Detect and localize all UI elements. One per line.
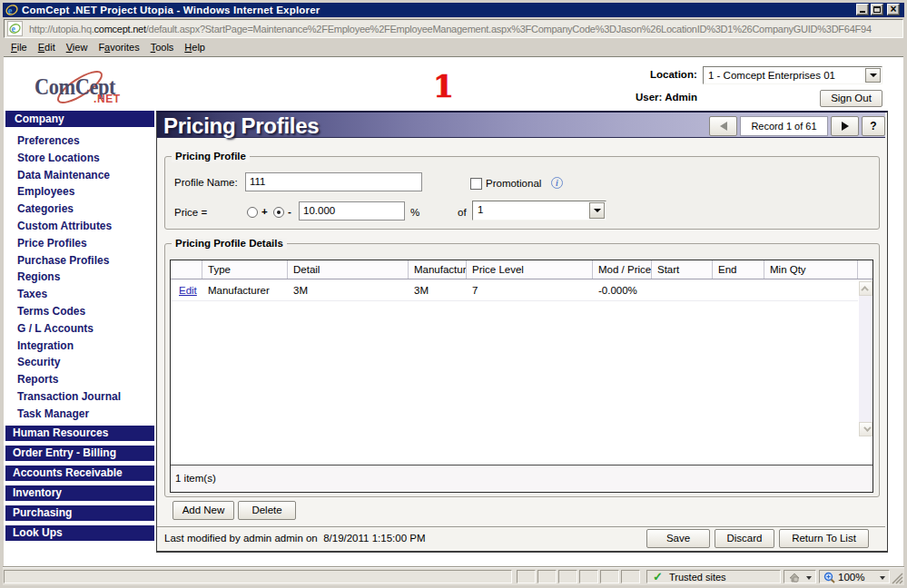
of-value: 1 <box>478 204 483 215</box>
column-header-manufacturer[interactable]: Manufactur <box>409 260 467 279</box>
edit-link[interactable]: Edit <box>179 285 197 296</box>
sidebar-item-regions[interactable]: Regions <box>5 269 154 286</box>
bottom-action-bar: Last modified by admin admin on 8/19/201… <box>157 526 885 551</box>
menu-view[interactable]: View <box>61 40 94 55</box>
minus-label: - <box>288 206 291 217</box>
sidebar-item-gl-accounts[interactable]: G / L Accounts <box>5 320 154 338</box>
window-title: ComCept .NET Project Utopia - Windows In… <box>22 5 320 15</box>
chevron-down-icon <box>594 209 601 212</box>
profile-name-label: Profile Name: <box>174 177 238 188</box>
svg-text:e: e <box>11 24 15 34</box>
add-new-button[interactable]: Add New <box>173 501 234 520</box>
of-select[interactable]: 1 <box>472 201 606 220</box>
zoom-segment[interactable]: 100% <box>819 570 890 583</box>
save-button[interactable]: Save <box>646 529 710 548</box>
sidebar-item-preferences[interactable]: Preferences <box>5 132 154 150</box>
sidebar-section-company[interactable]: Company <box>5 111 154 127</box>
main-panel: Pricing Profiles Record 1 of 61 ? Pricin… <box>156 111 888 553</box>
previous-record-button[interactable] <box>709 116 737 136</box>
sidebar-item-transaction-journal[interactable]: Transaction Journal <box>5 388 154 406</box>
sidebar-item-store-locations[interactable]: Store Locations <box>5 150 154 167</box>
maximize-button[interactable] <box>871 4 883 15</box>
scroll-down-button[interactable] <box>859 422 872 436</box>
sidebar-section-order-entry-billing[interactable]: Order Entry - Billing <box>5 446 154 461</box>
pricing-profile-legend: Pricing Profile <box>172 151 250 162</box>
menu-edit[interactable]: Edit <box>33 40 61 55</box>
price-plus-radio[interactable] <box>247 207 258 218</box>
menu-file[interactable]: File <box>5 40 33 55</box>
sidebar-item-taxes[interactable]: Taxes <box>5 286 154 303</box>
security-zone-text: Trusted sites <box>669 572 726 583</box>
sidebar-item-terms-codes[interactable]: Terms Codes <box>5 303 154 320</box>
sidebar-section-accounts-receivable[interactable]: Accounts Receivable <box>5 466 154 481</box>
sidebar-item-security[interactable]: Security <box>5 354 154 371</box>
grid-data-row: Edit Manufacturer 3M 3M 7 -0.000% <box>171 280 858 301</box>
cell-type: Manufacturer <box>202 280 288 300</box>
address-field[interactable]: e http://utopia.hq.comcept.net/default.a… <box>4 19 903 38</box>
price-input[interactable]: 10.000 <box>299 201 405 220</box>
sidebar-item-purchase-profiles[interactable]: Purchase Profiles <box>5 252 154 270</box>
page-viewport: ComCept .NET 1 Location: 1 - Comcept Ent… <box>4 56 903 566</box>
sidebar-item-reports[interactable]: Reports <box>5 371 154 388</box>
column-header-detail[interactable]: Detail <box>288 260 409 279</box>
arrow-right-icon <box>842 122 849 131</box>
menu-favorites[interactable]: Favorites <box>93 40 144 55</box>
radio-dot-icon <box>277 211 281 214</box>
address-bar-row: e http://utopia.hq.comcept.net/default.a… <box>3 18 904 39</box>
sidebar-section-human-resources[interactable]: Human Resources <box>5 426 154 441</box>
sidebar-item-price-profiles[interactable]: Price Profiles <box>5 235 154 252</box>
grid-scrollbar[interactable] <box>859 281 872 436</box>
column-header-price-level[interactable]: Price Level <box>467 260 593 279</box>
location-dropdown-button[interactable] <box>865 68 881 83</box>
last-modified-text: Last modified by admin admin on 8/19/201… <box>164 533 425 544</box>
sidebar-item-employees[interactable]: Employees <box>5 183 154 201</box>
resize-grip[interactable] <box>890 571 903 584</box>
close-icon: × <box>888 3 899 15</box>
column-header-type[interactable]: Type <box>202 260 288 279</box>
help-button[interactable]: ? <box>862 116 885 136</box>
location-select[interactable]: 1 - Comcept Enterprises 01 <box>703 66 882 84</box>
next-record-button[interactable] <box>831 116 859 136</box>
grid-header-row: Type Detail Manufactur Price Level Mod /… <box>171 260 872 279</box>
column-header-filler <box>858 260 872 279</box>
chevron-up-icon <box>861 286 868 293</box>
sidebar-item-integration[interactable]: Integration <box>5 338 154 355</box>
security-zone-segment: ✓ Trusted sites <box>646 570 781 583</box>
column-header-mod-price[interactable]: Mod / Price <box>593 260 652 279</box>
favicon-icon: e <box>7 21 23 36</box>
cell-mod-price: -0.000% <box>593 280 652 300</box>
column-header-end[interactable]: End <box>713 260 764 279</box>
menu-tools[interactable]: Tools <box>145 40 180 55</box>
sidebar-nav: Company Preferences Store Locations Data… <box>5 111 154 545</box>
menu-help[interactable]: Help <box>179 40 211 55</box>
record-indicator: Record 1 of 61 <box>740 116 828 136</box>
info-icon[interactable]: i <box>551 177 563 189</box>
protected-mode-segment[interactable] <box>784 570 816 583</box>
promotional-checkbox[interactable] <box>470 178 482 190</box>
sidebar-item-categories[interactable]: Categories <box>5 201 154 218</box>
sidebar-item-data-maintenance[interactable]: Data Maintenance <box>5 167 154 184</box>
sidebar-section-look-ups[interactable]: Look Ups <box>5 525 154 541</box>
discard-button[interactable]: Discard <box>715 529 774 548</box>
sign-out-button[interactable]: Sign Out <box>820 90 882 107</box>
sidebar-item-custom-attributes[interactable]: Custom Attributes <box>5 218 154 235</box>
column-header-min-qty[interactable]: Min Qty <box>764 260 858 279</box>
status-segment-3 <box>558 570 577 583</box>
status-segment-6 <box>621 570 640 583</box>
price-equals-label: Price = <box>174 207 207 218</box>
sidebar-item-task-manager[interactable]: Task Manager <box>5 406 154 423</box>
arrow-left-icon <box>720 122 727 131</box>
sidebar-section-inventory[interactable]: Inventory <box>5 485 154 501</box>
column-header-start[interactable]: Start <box>652 260 713 279</box>
of-dropdown-button[interactable] <box>589 202 605 219</box>
price-minus-radio[interactable] <box>273 207 284 218</box>
return-to-list-button[interactable]: Return To List <box>779 529 869 548</box>
close-button[interactable]: × <box>887 4 900 15</box>
scroll-up-button[interactable] <box>859 281 872 296</box>
delete-button[interactable]: Delete <box>238 501 296 520</box>
grid-footer: 1 item(s) <box>171 465 872 492</box>
sidebar-section-purchasing[interactable]: Purchasing <box>5 505 154 521</box>
minimize-button[interactable] <box>856 4 869 15</box>
profile-name-input[interactable]: 111 <box>245 172 422 191</box>
of-label: of <box>458 207 467 218</box>
